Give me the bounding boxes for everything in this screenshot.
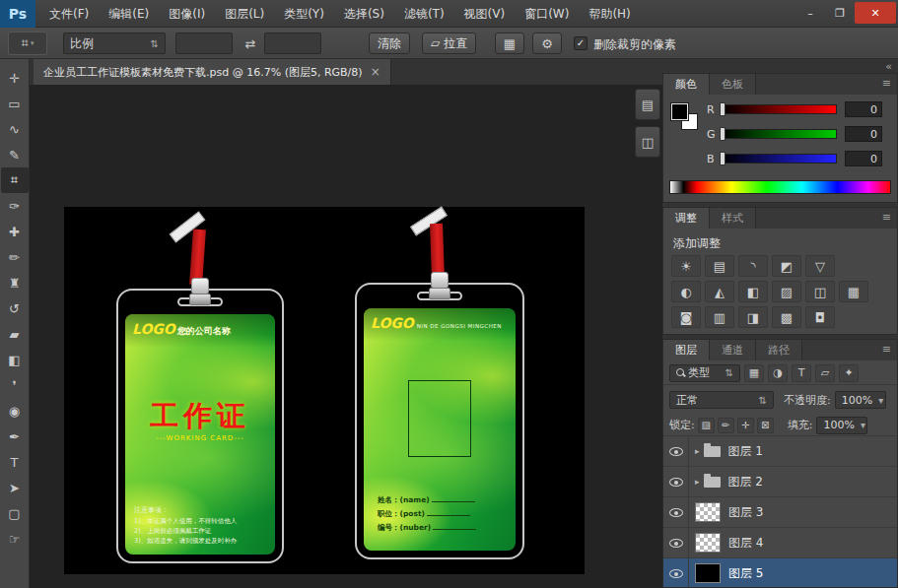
tab-adjustments[interactable]: 调整 — [663, 208, 710, 229]
panel-menu-icon[interactable]: ≡ — [882, 77, 891, 90]
tab-color[interactable]: 颜色 — [663, 74, 710, 95]
layer-filter-kind-select[interactable]: 类型 ⇅ — [669, 364, 740, 382]
close-button[interactable]: ✕ — [855, 2, 896, 24]
straighten-button[interactable]: ▱ 拉直 — [422, 33, 476, 54]
layer-row-group-2[interactable]: ▸ 图层 2 — [663, 467, 897, 497]
tab-styles[interactable]: 样式 — [710, 208, 756, 229]
foreground-background-swatches[interactable] — [671, 103, 701, 133]
red-value[interactable]: 0 — [845, 101, 882, 117]
lock-image-pixels-icon[interactable]: ✏ — [718, 418, 734, 433]
brightness-contrast-icon[interactable]: ☀ — [671, 255, 701, 277]
path-selection-tool[interactable]: ➤ — [1, 475, 29, 500]
minimize-button[interactable]: – — [795, 2, 825, 24]
clear-button[interactable]: 清除 — [369, 33, 410, 54]
foreground-color-swatch[interactable] — [671, 103, 688, 120]
layer-row-3[interactable]: 图层 3 — [663, 497, 897, 528]
menu-image[interactable]: 图像(I) — [159, 0, 215, 28]
blue-slider-knob[interactable] — [720, 152, 725, 165]
lock-position-icon[interactable]: ✛ — [737, 418, 754, 433]
red-slider[interactable] — [721, 104, 837, 114]
layer-visibility-toggle[interactable] — [663, 528, 689, 557]
layer-thumbnail[interactable] — [695, 502, 721, 522]
filter-type-layers-icon[interactable]: T — [792, 364, 811, 382]
collapsed-panel-properties[interactable]: ◫ — [635, 126, 660, 158]
green-value[interactable]: 0 — [845, 126, 882, 142]
filter-adjustment-layers-icon[interactable]: ◑ — [768, 364, 788, 382]
dodge-tool[interactable]: ◉ — [1, 398, 29, 424]
eraser-tool[interactable]: ▰ — [1, 321, 29, 347]
menu-filter[interactable]: 滤镜(T) — [394, 0, 454, 28]
layer-row-group-1[interactable]: ▸ 图层 1 — [663, 436, 897, 467]
rectangle-tool[interactable]: ▢ — [1, 500, 29, 526]
filter-pixel-layers-icon[interactable]: ▦ — [744, 364, 764, 382]
opacity-select[interactable]: 100% ▾ — [835, 391, 886, 409]
menu-window[interactable]: 窗口(W) — [515, 0, 579, 28]
blend-mode-select[interactable]: 正常 ⇅ — [669, 391, 774, 409]
type-tool[interactable]: T — [1, 449, 29, 475]
restore-button[interactable]: ❐ — [825, 2, 855, 24]
exposure-icon[interactable]: ◩ — [772, 255, 801, 277]
panel-menu-icon[interactable]: ≡ — [882, 343, 891, 356]
gradient-map-icon[interactable]: ▩ — [772, 306, 801, 328]
photo-filter-icon[interactable]: ▨ — [772, 281, 801, 302]
collapse-panels-icon[interactable]: « — [885, 60, 892, 73]
crop-width-input[interactable] — [175, 33, 233, 54]
curves-icon[interactable]: ◝ — [738, 255, 768, 277]
layer-visibility-toggle[interactable] — [663, 467, 689, 496]
group-expand-icon[interactable]: ▸ — [695, 446, 700, 456]
layer-visibility-toggle[interactable] — [663, 497, 689, 527]
move-tool[interactable]: ✛ — [1, 65, 29, 91]
selective-color-icon[interactable]: ◘ — [805, 306, 835, 328]
levels-icon[interactable]: ▤ — [705, 255, 734, 277]
quick-selection-tool[interactable]: ✎ — [1, 142, 29, 167]
layer-visibility-toggle[interactable] — [663, 436, 689, 466]
tool-preset-picker[interactable]: ⌗ ▾ — [8, 32, 47, 55]
brush-tool[interactable]: ✏ — [1, 244, 29, 270]
lock-all-icon[interactable]: ⊠ — [757, 418, 774, 433]
tab-layers[interactable]: 图层 — [663, 340, 710, 360]
gradient-tool[interactable]: ◧ — [1, 347, 29, 372]
document-canvas[interactable]: LOGO您的公司名称 工作证 ---WORKING CARD--- 注意事项： … — [64, 207, 585, 574]
crop-height-input[interactable] — [264, 33, 321, 54]
green-slider-knob[interactable] — [720, 127, 725, 141]
delete-cropped-pixels-checkbox[interactable]: ✓ — [574, 36, 587, 50]
blue-slider[interactable] — [721, 154, 837, 163]
menu-select[interactable]: 选择(S) — [334, 0, 394, 28]
overlay-options-button[interactable]: ▦ — [495, 33, 524, 54]
crop-ratio-select[interactable]: 比例 ⇅ — [63, 33, 166, 54]
tab-paths[interactable]: 路径 — [756, 340, 802, 360]
hand-tool[interactable]: ☞ — [1, 526, 29, 552]
layer-visibility-toggle[interactable] — [663, 558, 689, 587]
filter-shape-layers-icon[interactable]: ▱ — [815, 364, 835, 382]
layer-row-4[interactable]: 图层 4 — [663, 528, 897, 558]
menu-layer[interactable]: 图层(L) — [215, 0, 274, 28]
crop-settings-button[interactable]: ⚙ — [532, 33, 562, 54]
lock-transparent-pixels-icon[interactable]: ▨ — [698, 418, 715, 433]
layer-row-5-selected[interactable]: 图层 5 — [663, 558, 897, 587]
layer-thumbnail[interactable] — [695, 563, 721, 583]
menu-file[interactable]: 文件(F) — [39, 0, 99, 28]
tab-channels[interactable]: 通道 — [710, 340, 756, 360]
filter-smart-object-icon[interactable]: ✦ — [839, 364, 859, 382]
tab-swatches[interactable]: 色板 — [710, 74, 756, 95]
document-tab[interactable]: 企业员工工作证模板素材免费下载.psd @ 16.7% (图层5, RGB/8)… — [34, 59, 391, 85]
tab-close-icon[interactable]: × — [371, 65, 380, 79]
eyedropper-tool[interactable]: ✑ — [1, 193, 29, 219]
canvas-area[interactable]: LOGO您的公司名称 工作证 ---WORKING CARD--- 注意事项： … — [30, 85, 662, 588]
layer-thumbnail[interactable] — [695, 533, 721, 553]
crop-tool[interactable]: ⌗ — [1, 167, 29, 193]
green-slider[interactable] — [721, 129, 837, 139]
blue-value[interactable]: 0 — [845, 151, 882, 166]
fill-select[interactable]: 100% ▾ — [816, 417, 867, 434]
menu-view[interactable]: 视图(V) — [454, 0, 516, 28]
clone-stamp-tool[interactable]: ♜ — [1, 270, 29, 295]
color-spectrum-ramp[interactable] — [669, 180, 891, 194]
menu-help[interactable]: 帮助(H) — [579, 0, 640, 28]
marquee-tool[interactable]: ▭ — [1, 91, 29, 116]
hue-saturation-icon[interactable]: ◐ — [671, 281, 701, 302]
vibrance-icon[interactable]: ▽ — [805, 255, 835, 277]
threshold-icon[interactable]: ◨ — [738, 306, 768, 328]
spot-healing-tool[interactable]: ✚ — [1, 219, 29, 244]
swap-dimensions-icon[interactable]: ⇄ — [241, 33, 260, 54]
channel-mixer-icon[interactable]: ◫ — [805, 281, 835, 302]
